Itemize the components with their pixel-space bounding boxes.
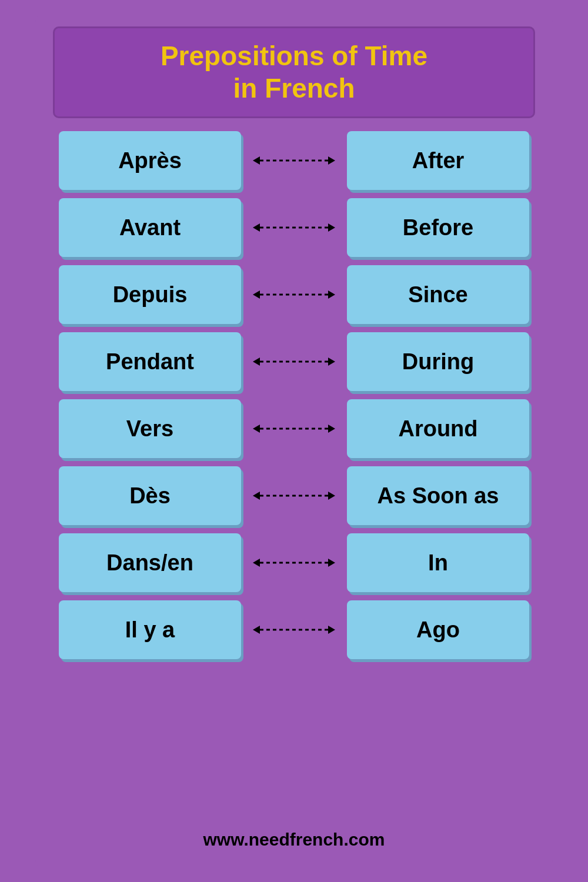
svg-marker-3	[253, 223, 260, 232]
english-word-box: As Soon as	[347, 466, 529, 525]
pair-row: Dès As Soon as	[53, 466, 535, 525]
bidirectional-arrow	[241, 353, 347, 370]
main-card: Prepositions of Time in French Après Aft…	[35, 15, 553, 867]
header-line1: Prepositions of Time	[161, 41, 427, 71]
english-word-box: Before	[347, 198, 529, 257]
english-word-box: In	[347, 533, 529, 592]
pairs-container: Après AfterAvant BeforeDepuis	[53, 131, 535, 819]
svg-marker-6	[253, 290, 260, 299]
bidirectional-arrow	[241, 621, 347, 639]
english-word-box: During	[347, 332, 529, 391]
french-word-box: Dès	[59, 466, 241, 525]
english-word-box: Since	[347, 265, 529, 324]
svg-marker-21	[253, 626, 260, 634]
header-box: Prepositions of Time in French	[53, 26, 535, 118]
pair-row: Depuis Since	[53, 265, 535, 324]
svg-marker-5	[328, 223, 335, 232]
svg-marker-14	[328, 425, 335, 433]
bidirectional-arrow	[241, 152, 347, 169]
french-word-box: Il y a	[59, 600, 241, 659]
french-word-box: Après	[59, 131, 241, 190]
bidirectional-arrow	[241, 487, 347, 505]
bidirectional-arrow	[241, 420, 347, 437]
svg-marker-23	[328, 626, 335, 634]
pair-row: Il y a Ago	[53, 600, 535, 659]
english-word-box: Ago	[347, 600, 529, 659]
svg-marker-0	[253, 156, 260, 165]
pair-row: Après After	[53, 131, 535, 190]
bidirectional-arrow	[241, 219, 347, 236]
svg-marker-15	[253, 492, 260, 500]
svg-marker-12	[253, 425, 260, 433]
bidirectional-arrow	[241, 286, 347, 303]
french-word-box: Depuis	[59, 265, 241, 324]
english-word-box: Around	[347, 399, 529, 458]
svg-marker-20	[328, 559, 335, 567]
pair-row: Pendant During	[53, 332, 535, 391]
french-word-box: Dans/en	[59, 533, 241, 592]
header-title: Prepositions of Time in French	[61, 40, 527, 105]
french-word-box: Avant	[59, 198, 241, 257]
svg-marker-8	[328, 290, 335, 299]
svg-marker-17	[328, 492, 335, 500]
svg-marker-11	[328, 358, 335, 366]
pair-row: Avant Before	[53, 198, 535, 257]
header-line2: in French	[233, 73, 355, 103]
pair-row: Dans/en In	[53, 533, 535, 592]
footer-text: www.needfrench.com	[203, 830, 385, 850]
svg-marker-18	[253, 559, 260, 567]
french-word-box: Pendant	[59, 332, 241, 391]
bidirectional-arrow	[241, 554, 347, 572]
pair-row: Vers Around	[53, 399, 535, 458]
french-word-box: Vers	[59, 399, 241, 458]
english-word-box: After	[347, 131, 529, 190]
svg-marker-2	[328, 156, 335, 165]
svg-marker-9	[253, 358, 260, 366]
